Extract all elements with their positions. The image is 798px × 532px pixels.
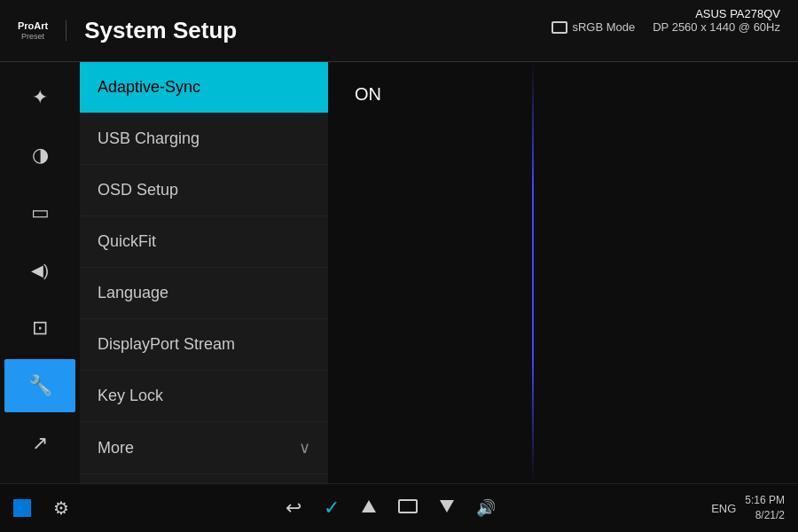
shortcut-icon: ↗ bbox=[32, 432, 48, 455]
menu-item-usb-charging[interactable]: USB Charging bbox=[80, 113, 328, 165]
sidebar-item-brightness[interactable]: ✦ bbox=[4, 71, 75, 124]
back-button[interactable]: ↩ bbox=[286, 497, 301, 520]
monitor-name: ASUS PA278QV bbox=[695, 0, 780, 20]
monitor-icon bbox=[552, 21, 567, 34]
sidebar-item-shortcut[interactable]: ↗ bbox=[4, 417, 75, 470]
menu-item-displayport-stream[interactable]: DisplayPort Stream bbox=[80, 319, 328, 371]
menu-item-quickfit[interactable]: QuickFit bbox=[80, 216, 328, 268]
sidebar-item-sound[interactable]: ◀) bbox=[4, 244, 75, 297]
monitor-small-icon bbox=[398, 499, 418, 517]
brightness-icon: ✦ bbox=[32, 86, 48, 109]
logo-proart: ProArt bbox=[18, 20, 48, 32]
taskbar-center: ↩ ✓ 🔊 bbox=[69, 497, 711, 520]
menu-item-more[interactable]: More ∨ bbox=[80, 422, 328, 474]
header: ProArt Preset System Setup ASUS PA278QV … bbox=[0, 0, 798, 62]
logo-area: ProArt Preset bbox=[18, 20, 66, 41]
sidebar: ✦ ◑ ▭ ◀) ⊡ 🔧 ↗ bbox=[0, 62, 80, 483]
time-display: 5:16 PM bbox=[745, 493, 785, 508]
adaptive-sync-value: ON bbox=[355, 84, 381, 105]
windows-icon[interactable] bbox=[13, 499, 31, 517]
image-icon: ▭ bbox=[31, 201, 50, 224]
chevron-down-icon: ∨ bbox=[299, 438, 310, 458]
time-area: 5:16 PM 8/21/2 bbox=[745, 493, 785, 523]
taskbar-right: ENG 5:16 PM 8/21/2 bbox=[711, 493, 785, 523]
sidebar-item-system[interactable]: 🔧 bbox=[4, 359, 75, 412]
gear-icon[interactable]: ⚙ bbox=[53, 497, 69, 519]
volume-icon[interactable]: 🔊 bbox=[476, 498, 496, 518]
language-label: ENG bbox=[711, 502, 736, 515]
color-icon: ◑ bbox=[32, 144, 49, 167]
menu-item-key-lock[interactable]: Key Lock bbox=[80, 371, 328, 422]
dp-info: DP 2560 x 1440 @ 60Hz bbox=[653, 20, 780, 34]
taskbar-left: ⚙ bbox=[13, 497, 69, 519]
taskbar: ⚙ ↩ ✓ 🔊 ENG 5:16 PM 8/21/2 bbox=[0, 483, 798, 532]
logo-preset: Preset bbox=[21, 32, 44, 41]
content-area: ON bbox=[328, 62, 798, 483]
vertical-divider bbox=[532, 62, 534, 483]
date-display: 8/21/2 bbox=[745, 508, 785, 523]
menu-item-osd-setup[interactable]: OSD Setup bbox=[80, 165, 328, 216]
menu-item-language[interactable]: Language bbox=[80, 268, 328, 319]
confirm-button[interactable]: ✓ bbox=[324, 497, 340, 520]
sidebar-item-input[interactable]: ⊡ bbox=[4, 301, 75, 355]
triangle-down-icon[interactable] bbox=[440, 500, 454, 516]
srgb-mode: sRGB Mode bbox=[552, 20, 635, 34]
sidebar-item-image[interactable]: ▭ bbox=[4, 186, 75, 239]
sidebar-item-color[interactable]: ◑ bbox=[4, 129, 75, 182]
menu-list: Adaptive-Sync USB Charging OSD Setup Qui… bbox=[80, 62, 328, 483]
sound-icon: ◀) bbox=[31, 261, 49, 280]
header-info: ASUS PA278QV sRGB Mode DP 2560 x 1440 @ … bbox=[552, 0, 780, 41]
triangle-up-icon[interactable] bbox=[362, 500, 376, 516]
input-icon: ⊡ bbox=[32, 317, 48, 340]
system-icon: 🔧 bbox=[28, 374, 52, 397]
menu-item-adaptive-sync[interactable]: Adaptive-Sync bbox=[80, 62, 328, 113]
